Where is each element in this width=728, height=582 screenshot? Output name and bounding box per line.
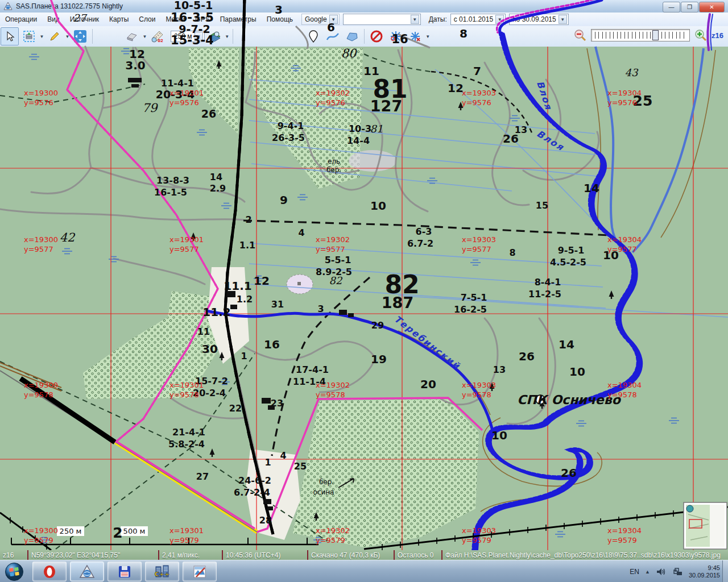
map-label: 81: [373, 74, 407, 103]
marks-fill-button[interactable]: [387, 27, 405, 45]
map-label: 26: [503, 132, 519, 146]
tile-grid-label: x=19301y=9578: [169, 381, 204, 399]
zoom-in-button[interactable]: [694, 28, 708, 42]
map-label: 26: [519, 350, 535, 363]
map-label: 31: [271, 299, 284, 310]
map-label: 81: [370, 123, 383, 135]
selection-tool-button[interactable]: [20, 27, 38, 45]
menu-gps[interactable]: GPS: [190, 14, 214, 25]
show-desktop-button[interactable]: [722, 560, 728, 582]
add-polygon-button[interactable]: [343, 27, 361, 45]
map-label: 16-2-5: [454, 304, 487, 315]
add-path-button[interactable]: [324, 27, 342, 45]
map-label: 26: [201, 107, 216, 120]
map-label: 25: [633, 93, 653, 109]
menu-help[interactable]: Помощь: [262, 14, 298, 25]
polyline-icon: [326, 31, 340, 42]
map-label: 13: [515, 124, 527, 135]
map-label: Теребинский: [392, 313, 462, 372]
railways: [0, 0, 728, 550]
minimap-view-rect[interactable]: [689, 519, 702, 528]
tree-symbols: [191, 60, 614, 521]
map-label: Влоя: [535, 128, 566, 153]
menu-marks[interactable]: Метки: [160, 14, 190, 25]
scale-select[interactable]: 250 м ▼: [171, 31, 205, 42]
network-icon[interactable]: [672, 567, 683, 576]
menu-maps[interactable]: Карты: [104, 14, 134, 25]
map-canvas[interactable]: 250 м 500 м 10-5-116-3-59-7-215-3-427361…: [0, 0, 728, 550]
map-label: 20: [420, 377, 436, 391]
young-forest-areas: [83, 48, 479, 547]
menu-layers[interactable]: Слои: [134, 14, 160, 25]
maximize-button[interactable]: ❐: [681, 2, 698, 13]
minimap-inset[interactable]: [684, 502, 727, 549]
marks-dropdown[interactable]: ▼: [425, 28, 431, 45]
fit-to-screen-button[interactable]: [71, 27, 89, 45]
speaker-icon[interactable]: [656, 567, 666, 576]
zoom-slider-thumb[interactable]: [652, 30, 659, 40]
snowflake-icon: [390, 30, 402, 43]
language-indicator[interactable]: EN: [630, 568, 639, 576]
map-label: 14: [584, 181, 599, 195]
tile-grid-label: x=19302y=9576: [316, 89, 350, 107]
tile-grid-label: x=19303y=9577: [462, 235, 496, 253]
taskbar-app-sas-planet[interactable]: [70, 562, 104, 581]
add-placemark-button[interactable]: [304, 27, 322, 45]
map-label: 4: [280, 450, 286, 461]
menu-view[interactable]: Вид: [42, 14, 65, 25]
eraser-dropdown[interactable]: ▼: [142, 28, 148, 45]
measure-tool-button[interactable]: 02: [148, 27, 167, 45]
menu-settings[interactable]: Параметры: [215, 14, 262, 25]
menu-source[interactable]: Источник: [65, 14, 104, 25]
date-to-field[interactable]: по 30.09.2015 ▼: [509, 14, 569, 25]
date-from-field[interactable]: с 01.01.2015 ▼: [450, 14, 506, 25]
close-button[interactable]: ✕: [699, 2, 725, 13]
map-label: 25: [294, 461, 307, 472]
toolbar: ▼ ▼ ▼ 02: [0, 26, 728, 47]
taskbar-app-save[interactable]: [107, 562, 142, 581]
layers-button[interactable]: [205, 27, 224, 45]
eraser-tool-button[interactable]: [123, 27, 141, 45]
map-label: 3.0: [125, 59, 145, 72]
title-bar[interactable]: SAS.Планета 131022.7575 Nightly — ❐ ✕: [0, 0, 728, 13]
taskbar-app-cpp-builder[interactable]: C++: [145, 562, 179, 581]
map-label: осина: [313, 488, 334, 496]
map-labels: 10-5-116-3-59-7-215-3-42736168123.080118…: [24, 0, 652, 544]
taskbar-app-image-editor[interactable]: [183, 562, 217, 581]
snowflake-red-icon: [409, 30, 421, 43]
start-button[interactable]: [5, 562, 24, 581]
layers-dropdown[interactable]: ▼: [224, 28, 230, 45]
disable-download-button[interactable]: [367, 27, 386, 45]
minimize-button[interactable]: —: [663, 2, 680, 13]
menu-operations[interactable]: Операции: [0, 14, 42, 25]
selection-dropdown[interactable]: ▼: [39, 28, 45, 45]
status-file-path: Файл H:\SAS.Planet.Nightly\cache_db\Topo…: [442, 550, 728, 560]
opera-icon: [42, 564, 57, 579]
status-downloaded: Скачано 47 (470,3 кБ): [308, 550, 395, 560]
map-label: 23: [271, 398, 283, 409]
tray-clock[interactable]: 9:45 30.09.2015: [689, 564, 720, 579]
search-combobox[interactable]: ▼: [343, 14, 421, 25]
system-tray: EN ▲ 9:45 30.09.2015: [630, 560, 720, 582]
tile-grid-label: x=19304y=9579: [607, 526, 642, 544]
side-rivers: [595, 47, 704, 255]
map-source-google-dropdown[interactable]: Google ▼: [301, 14, 340, 25]
zoom-out-button[interactable]: [573, 28, 587, 42]
show-hidden-icons[interactable]: ▲: [645, 569, 650, 575]
chevron-down-icon: ▼: [559, 15, 567, 24]
map-label: 14: [210, 172, 222, 182]
tile-grid-label: x=19302y=9578: [316, 381, 350, 399]
brown-contours: [398, 48, 715, 512]
map-label: 82: [329, 275, 343, 286]
taskbar-app-opera[interactable]: [32, 562, 67, 581]
marks-delete-button[interactable]: [406, 27, 424, 45]
edit-dropdown[interactable]: ▼: [64, 28, 71, 45]
zoom-slider[interactable]: [591, 29, 690, 41]
dates-label: Даты:: [429, 15, 447, 23]
map-label: 10-3: [349, 123, 371, 134]
cursor-tool-button[interactable]: [1, 27, 19, 45]
edit-tool-button[interactable]: [46, 27, 64, 45]
eraser-icon: [126, 30, 138, 43]
map-label: 82: [384, 270, 419, 299]
placemark-icon: [308, 30, 319, 43]
